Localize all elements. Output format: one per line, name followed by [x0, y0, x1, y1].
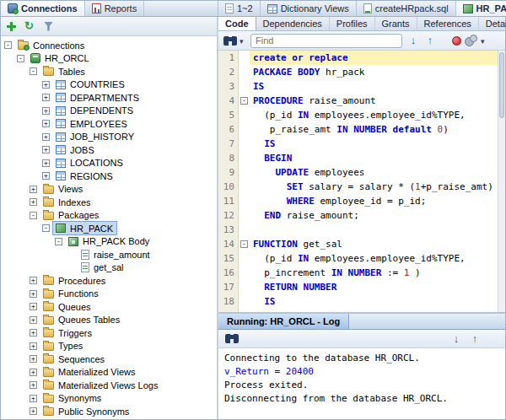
- expand-toggle[interactable]: +: [30, 316, 37, 324]
- tree-item-materialized-views[interactable]: +Materialized Views: [1, 366, 217, 380]
- collapse-toggle[interactable]: -: [30, 67, 37, 75]
- editor-tab-references[interactable]: References: [417, 17, 479, 30]
- up-arrow-icon[interactable]: [423, 34, 437, 47]
- dropdown-arrow-icon[interactable]: [481, 35, 487, 46]
- expand-toggle[interactable]: +: [30, 303, 37, 310]
- tree-node[interactable]: HR_ORCL: [28, 52, 93, 65]
- tree-node[interactable]: COUNTRIES: [53, 78, 128, 91]
- tree-node[interactable]: JOB_HISTORY: [53, 131, 137, 143]
- tree-node[interactable]: Indexes: [40, 196, 94, 208]
- tree-item-locations[interactable]: +LOCATIONS: [1, 157, 217, 170]
- collapse-toggle[interactable]: -: [17, 55, 24, 62]
- expand-toggle[interactable]: +: [30, 381, 37, 389]
- dropdown-arrow-icon[interactable]: [240, 35, 246, 46]
- tree-node[interactable]: get_sal: [78, 261, 126, 274]
- tree-item-triggers[interactable]: +Triggers: [1, 326, 217, 340]
- expand-toggle[interactable]: +: [42, 133, 50, 141]
- tree-item-views[interactable]: +Views: [1, 183, 217, 197]
- tree-item-hr-orcl[interactable]: -HR_ORCL: [1, 52, 217, 66]
- debug-icon[interactable]: [452, 36, 461, 46]
- expand-toggle[interactable]: +: [30, 290, 37, 298]
- tree-item-get-sal[interactable]: get_sal: [1, 261, 217, 275]
- tree-node[interactable]: JOBS: [53, 143, 98, 156]
- expand-toggle[interactable]: +: [30, 355, 37, 363]
- doc-tab-dictionary-views[interactable]: Dictionary Views: [261, 1, 357, 16]
- doc-tab-hr-pack[interactable]: HR_PACK: [456, 1, 506, 16]
- code-fold-toggle[interactable]: -: [240, 240, 248, 248]
- tree-item-jobs[interactable]: +JOBS: [1, 143, 217, 157]
- tree-item-indexes[interactable]: +Indexes: [1, 196, 217, 209]
- collapse-toggle[interactable]: -: [4, 41, 12, 49]
- tree-node[interactable]: Types: [40, 340, 86, 353]
- code-scrollbar[interactable]: [498, 51, 505, 312]
- expand-toggle[interactable]: +: [42, 146, 50, 153]
- tree-item-hr-pack[interactable]: -HR_PACK: [1, 222, 217, 235]
- expand-toggle[interactable]: +: [30, 407, 37, 415]
- tree-node[interactable]: Materialized Views: [40, 366, 139, 379]
- tree-node[interactable]: Materialized Views Logs: [40, 379, 161, 391]
- tree-item-sequences[interactable]: +Sequences: [1, 353, 217, 366]
- tree-node[interactable]: Packages: [40, 209, 102, 222]
- expand-toggle[interactable]: +: [30, 395, 37, 402]
- collapse-toggle[interactable]: -: [55, 238, 62, 245]
- down-arrow-icon[interactable]: [449, 332, 463, 346]
- tree-node[interactable]: Queues: [40, 300, 94, 313]
- editor-tab-grants[interactable]: Grants: [375, 17, 417, 30]
- tree-item-dependents[interactable]: +DEPENDENTS: [1, 105, 217, 118]
- tree-item-queues-tables[interactable]: +Queues Tables: [1, 314, 217, 327]
- doc-tab-1-2[interactable]: 1~2: [218, 1, 261, 16]
- tree-node[interactable]: Procedures: [40, 274, 109, 287]
- tree-item-countries[interactable]: +COUNTRIES: [1, 78, 217, 92]
- expand-toggle[interactable]: +: [42, 107, 50, 115]
- tree-node[interactable]: raise_amount: [78, 248, 153, 261]
- tree-item-departments[interactable]: +DEPARTMENTS: [1, 91, 217, 105]
- tree-node[interactable]: HR_PACK: [53, 222, 116, 234]
- binoculars-icon[interactable]: [225, 334, 239, 343]
- tab-connections[interactable]: Connections: [1, 1, 85, 16]
- code-editor[interactable]: 1create or replace2PACKAGE BODY hr_pack3…: [218, 51, 505, 312]
- tree-item-hr-pack-body[interactable]: -HR_PACK Body: [1, 235, 217, 249]
- expand-toggle[interactable]: +: [30, 369, 37, 376]
- down-arrow-icon[interactable]: [406, 34, 420, 47]
- up-arrow-icon[interactable]: [468, 332, 482, 346]
- tree-node[interactable]: DEPARTMENTS: [53, 91, 143, 104]
- doc-tab-createhrpack-sql[interactable]: createHRpack.sql: [357, 1, 456, 16]
- expand-toggle[interactable]: +: [42, 94, 50, 101]
- tree-node[interactable]: Connections: [15, 39, 88, 51]
- tree-node[interactable]: Queues Tables: [40, 314, 123, 326]
- tree-node[interactable]: Sequences: [40, 353, 108, 365]
- tree-item-queues[interactable]: +Queues: [1, 300, 217, 314]
- tree-node[interactable]: HR_PACK Body: [66, 235, 153, 248]
- tree-item-procedures[interactable]: +Procedures: [1, 274, 217, 288]
- tree-node[interactable]: REGIONS: [53, 170, 116, 182]
- collapse-toggle[interactable]: -: [42, 224, 50, 232]
- tree-item-employees[interactable]: +EMPLOYEES: [1, 117, 217, 131]
- tree-node[interactable]: Synonyms: [40, 392, 105, 405]
- tree-node[interactable]: LOCATIONS: [53, 157, 126, 170]
- tree-item-functions[interactable]: +Functions: [1, 288, 217, 301]
- tab-reports[interactable]: Reports: [85, 1, 145, 16]
- code-fold-toggle[interactable]: -: [240, 97, 248, 105]
- expand-toggle[interactable]: +: [42, 172, 50, 180]
- expand-toggle[interactable]: +: [30, 198, 37, 206]
- tree-item-tables[interactable]: -Tables: [1, 65, 217, 78]
- expand-toggle[interactable]: +: [30, 342, 37, 350]
- tree-item-connections[interactable]: -Connections: [1, 39, 217, 52]
- expand-toggle[interactable]: +: [30, 186, 37, 193]
- tree-node[interactable]: Public Synonyms: [40, 405, 132, 417]
- expand-toggle[interactable]: +: [42, 81, 50, 89]
- tree-node[interactable]: DEPENDENTS: [53, 105, 137, 117]
- tree-node[interactable]: EMPLOYEES: [53, 117, 131, 130]
- expand-toggle[interactable]: +: [30, 277, 37, 284]
- binoculars-icon[interactable]: [223, 36, 237, 46]
- editor-tab-details[interactable]: Details: [479, 17, 506, 30]
- editor-tab-profiles[interactable]: Profiles: [330, 17, 375, 30]
- tree-item-regions[interactable]: +REGIONS: [1, 170, 217, 183]
- filter-button[interactable]: [44, 22, 53, 31]
- find-input[interactable]: [250, 34, 402, 48]
- tree-item-public-synonyms[interactable]: +Public Synonyms: [1, 405, 217, 418]
- add-connection-button[interactable]: [6, 21, 17, 32]
- tree-item-job-history[interactable]: +JOB_HISTORY: [1, 131, 217, 144]
- tree-item-synonyms[interactable]: +Synonyms: [1, 392, 217, 406]
- editor-tab-code[interactable]: Code: [218, 17, 256, 30]
